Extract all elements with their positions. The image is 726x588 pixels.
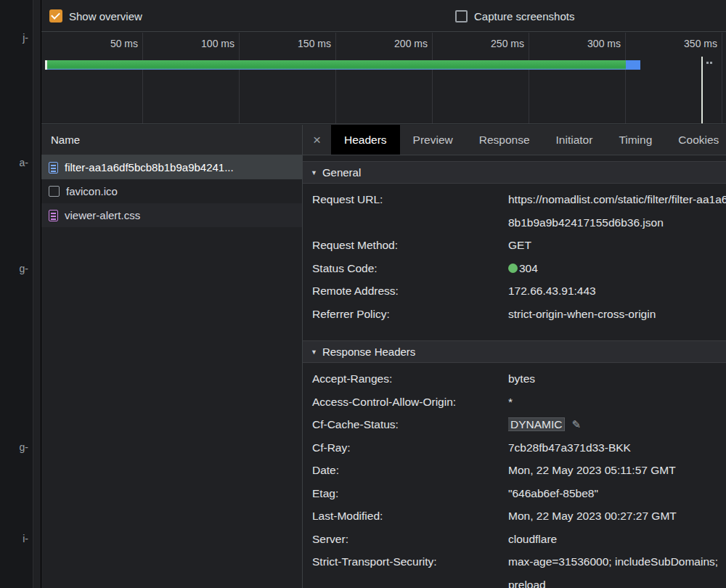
overview-activity-bar[interactable] (45, 60, 640, 70)
capture-screenshots-label: Capture screenshots (474, 10, 574, 23)
timeline-gridline (722, 33, 722, 123)
response-headers-section-title: Response Headers (322, 346, 415, 358)
header-field-row: Status Code:304 (303, 257, 726, 280)
timeline-gridline (335, 33, 336, 123)
devtools-network-panel: j- a- g- g- i- Show overview Capture scr… (0, 0, 726, 588)
timeline-gridline (529, 33, 529, 123)
header-field-value: DYNAMIC✎ (508, 413, 726, 436)
editable-header-value[interactable]: DYNAMIC (508, 418, 564, 430)
timeline-gridline (625, 33, 626, 123)
header-field-value: bytes (508, 367, 726, 391)
request-name: filter-aa1a6df5bcb8b1b9a9b4241... (65, 161, 234, 173)
header-field-value: GET (508, 234, 726, 257)
timeline-gridline (142, 33, 143, 123)
header-field-name: Request URL: (312, 188, 508, 211)
background-editor-strip: j- a- g- g- i- (0, 0, 41, 588)
header-field-value: Mon, 22 May 2023 00:27:27 GMT (508, 505, 726, 528)
editor-scrollbar[interactable] (33, 0, 41, 588)
tab-initiator[interactable]: Initiator (543, 125, 606, 155)
tab-preview[interactable]: Preview (400, 125, 466, 155)
header-field-value: max-age=31536000; includeSubDomains;prel… (508, 550, 726, 588)
header-field-value: https://nomadlist.com/static/filter/filt… (508, 188, 726, 234)
editor-text-fragment: g- (20, 263, 28, 274)
request-row-filter-json[interactable]: filter-aa1a6df5bcb8b1b9a9b4241... (41, 155, 302, 179)
request-name: viewer-alert.css (65, 209, 140, 221)
network-toolbar: Show overview Capture screenshots (41, 0, 726, 32)
header-field-name: Status Code: (312, 257, 508, 280)
header-field-row: Remote Address:172.66.43.91:443 (303, 279, 726, 303)
name-column-header[interactable]: Name (41, 125, 302, 155)
request-row-favicon[interactable]: favicon.ico (41, 179, 302, 203)
header-field-row: Request Method:GET (303, 234, 726, 257)
generic-file-icon (49, 186, 60, 197)
editor-text-fragment: g- (20, 441, 28, 453)
network-panel-main: Show overview Capture screenshots 50 ms1… (41, 0, 726, 588)
header-field-row: Server:cloudflare (303, 528, 726, 551)
details-tab-bar: × Headers Preview Response Initiator Tim… (303, 125, 726, 155)
header-field-value: 304 (508, 257, 726, 280)
json-file-icon (49, 162, 58, 173)
header-field-row: Accept-Ranges:bytes (303, 367, 726, 391)
tab-cookies[interactable]: Cookies (665, 125, 726, 155)
load-event-marker-line (701, 57, 703, 123)
capture-screenshots-checkbox[interactable]: Capture screenshots (455, 0, 574, 32)
timeline-gridline (432, 33, 433, 123)
timeline-tick-label: 300 ms (555, 38, 621, 49)
timeline-tick-label: 50 ms (73, 38, 138, 49)
timeline-tick-label: 350 ms (652, 38, 717, 49)
header-field-name: Remote Address: (312, 279, 508, 303)
response-headers-rows: Accept-Ranges:bytesAccess-Control-Allow-… (303, 363, 726, 588)
edit-icon[interactable]: ✎ (571, 413, 581, 436)
general-section-header[interactable]: ▼ General (303, 161, 726, 184)
header-field-row: Referrer Policy:strict-origin-when-cross… (303, 303, 726, 326)
header-field-name: Etag: (312, 482, 508, 505)
tab-response[interactable]: Response (466, 125, 543, 155)
overview-drag-handle-icon[interactable] (706, 62, 709, 64)
header-field-name: Last-Modified: (312, 505, 508, 528)
network-overview-timeline[interactable]: 50 ms100 ms150 ms200 ms250 ms300 ms350 m… (41, 33, 726, 124)
request-row-viewer-alert-css[interactable]: viewer-alert.css (41, 203, 302, 227)
headers-sections: ▼ General Request URL:https://nomadlist.… (303, 156, 726, 588)
header-field-name: Cf-Ray: (312, 436, 508, 460)
tab-timing[interactable]: Timing (605, 125, 665, 155)
header-field-name: Accept-Ranges: (312, 367, 508, 391)
request-name: favicon.ico (66, 185, 118, 197)
status-dot-icon (508, 264, 518, 273)
header-field-value: cloudflare (508, 528, 726, 551)
header-field-value: 7cb28fb47a371d33-BKK (508, 436, 726, 460)
header-field-value: * (508, 391, 726, 414)
timeline-tick-label: 250 ms (459, 38, 524, 49)
editor-text-fragment: j- (23, 32, 28, 44)
header-field-row: Cf-Cache-Status:DYNAMIC✎ (303, 413, 726, 436)
header-field-value: strict-origin-when-cross-origin (508, 303, 726, 326)
header-field-name: Request Method: (312, 234, 508, 257)
timeline-tick-label: 150 ms (266, 38, 331, 49)
overview-bar-blue-segment (626, 60, 640, 70)
request-list-panel: Name filter-aa1a6df5bcb8b1b9a9b4241... f… (41, 125, 303, 588)
header-field-row: Last-Modified:Mon, 22 May 2023 00:27:27 … (303, 505, 726, 528)
timeline-tick-label: 100 ms (169, 38, 234, 49)
header-field-row: Access-Control-Allow-Origin:* (303, 391, 726, 414)
header-field-row: Cf-Ray:7cb28fb47a371d33-BKK (303, 436, 726, 460)
editor-text-fragment: i- (23, 533, 28, 544)
header-field-name: Strict-Transport-Security: (312, 550, 508, 573)
response-headers-section-header[interactable]: ▼ Response Headers (303, 340, 726, 363)
editor-text-fragment: a- (20, 157, 28, 168)
header-field-row: Etag:"646ab6ef-85be8" (303, 482, 726, 505)
checkbox-checked-icon[interactable] (49, 9, 62, 23)
header-field-name: Referrer Policy: (312, 303, 508, 326)
header-field-row: Request URL:https://nomadlist.com/static… (303, 188, 726, 234)
checkbox-unchecked-icon[interactable] (455, 10, 468, 23)
header-field-value: Mon, 22 May 2023 05:11:57 GMT (508, 459, 726, 482)
header-field-name: Cf-Cache-Status: (312, 413, 508, 436)
header-field-value: "646ab6ef-85be8" (508, 482, 726, 505)
disclosure-triangle-icon: ▼ (311, 348, 317, 356)
close-icon[interactable]: × (303, 125, 331, 155)
tab-headers[interactable]: Headers (331, 125, 400, 155)
header-field-row: Date:Mon, 22 May 2023 05:11:57 GMT (303, 459, 726, 482)
timeline-gridline (239, 33, 240, 123)
request-details-panel: × Headers Preview Response Initiator Tim… (303, 125, 726, 588)
header-field-name: Access-Control-Allow-Origin: (312, 391, 508, 414)
general-rows: Request URL:https://nomadlist.com/static… (303, 184, 726, 325)
show-overview-checkbox[interactable]: Show overview (49, 0, 142, 32)
